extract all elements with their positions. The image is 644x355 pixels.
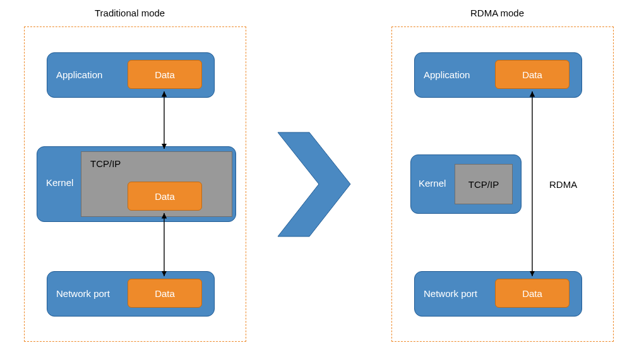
title-rdma: RDMA mode (470, 8, 524, 18)
tcpip-label: TCP/IP (468, 179, 499, 190)
data-label: Data (522, 288, 542, 299)
data-label: Data (155, 69, 175, 80)
rdma-networkport-data: Data (495, 279, 569, 308)
tcpip-label: TCP/IP (90, 158, 121, 169)
data-label: Data (155, 191, 175, 202)
title-traditional: Traditional mode (95, 8, 165, 18)
data-label: Data (155, 288, 175, 299)
kernel-label: Kernel (419, 178, 446, 189)
traditional-kernel-data: Data (128, 182, 202, 211)
application-label: Application (424, 69, 470, 80)
application-label: Application (56, 69, 102, 80)
networkport-label: Network port (424, 288, 477, 299)
traditional-application-data: Data (128, 60, 202, 89)
rdma-tcpip-box: TCP/IP (455, 164, 513, 204)
rdma-text-label: RDMA (549, 179, 577, 190)
rdma-application-data: Data (495, 60, 569, 89)
networkport-label: Network port (56, 288, 110, 299)
kernel-label: Kernel (46, 177, 73, 188)
traditional-networkport-data: Data (128, 279, 202, 308)
svg-marker-0 (278, 132, 350, 236)
data-label: Data (522, 69, 542, 80)
